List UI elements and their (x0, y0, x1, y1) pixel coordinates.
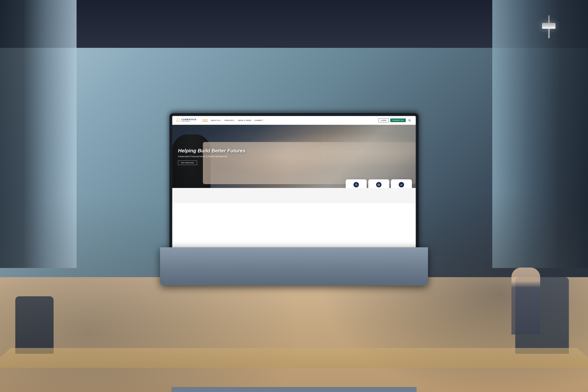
logo-main-text: CAMBRIDGE (182, 118, 197, 120)
nav-links: HOME ABOUT US ▾ SERVICES ▾ NEWS & VIEWS … (202, 119, 375, 122)
svg-point-2 (409, 120, 410, 121)
hero-subtitle: Independent Financial Advice & Wealth Ma… (178, 155, 246, 158)
partners-icon (354, 182, 359, 188)
about-dropdown-arrow: ▾ (221, 120, 222, 121)
website-content: ⚜ CAMBRIDGE PARTNERS HOME ABOUT US (172, 116, 416, 248)
logo-text: CAMBRIDGE PARTNERS (182, 118, 197, 122)
navigation-bar: ⚜ CAMBRIDGE PARTNERS HOME ABOUT US (172, 116, 416, 125)
laptop: ⚜ CAMBRIDGE PARTNERS HOME ABOUT US (160, 113, 428, 286)
below-hero-space (172, 188, 416, 203)
nav-services[interactable]: SERVICES ▾ (224, 120, 235, 121)
laptop-screen-bezel: ⚜ CAMBRIDGE PARTNERS HOME ABOUT US (170, 113, 418, 251)
nav-home[interactable]: HOME (202, 119, 208, 122)
laptop-outer: ⚜ CAMBRIDGE PARTNERS HOME ABOUT US (160, 113, 428, 286)
contact-us-button[interactable]: CONTACT US (390, 118, 406, 122)
svg-marker-6 (378, 184, 380, 186)
office-chair-left (15, 296, 54, 354)
svg-line-3 (410, 121, 411, 122)
nav-connect[interactable]: CONNECT (254, 120, 263, 121)
hero-section: Helping Build Better Futures Independent… (172, 125, 416, 188)
login-button[interactable]: LOGIN (378, 118, 389, 122)
our-services-button[interactable]: OUR SERVICES (178, 160, 197, 165)
evidence-based-card: EVIDENCE-BASED Investment solutions base… (368, 179, 389, 188)
services-dropdown-arrow: ▾ (234, 120, 235, 121)
nav-actions: LOGIN CONTACT US (378, 118, 412, 123)
evidence-based-icon (376, 182, 382, 188)
office-table (0, 348, 588, 368)
hero-title: Helping Build Better Futures (178, 148, 246, 154)
search-icon-button[interactable] (407, 118, 412, 123)
nav-about-us[interactable]: ABOUT US ▾ (211, 120, 222, 121)
logo-area: ⚜ CAMBRIDGE PARTNERS (176, 118, 197, 122)
logo-sub-text: PARTNERS (182, 120, 197, 122)
laptop-screen: ⚜ CAMBRIDGE PARTNERS HOME ABOUT US (172, 116, 416, 248)
hero-content: Helping Build Better Futures Independent… (178, 148, 246, 165)
svg-line-5 (357, 185, 358, 186)
logo-icon: ⚜ (176, 118, 180, 122)
laptop-base (160, 247, 428, 286)
partners-card: PARTNERS Helping people navigate various… (346, 179, 367, 188)
person-background (512, 268, 540, 334)
independent-icon (399, 182, 404, 188)
nav-news-views[interactable]: NEWS & VIEWS (238, 120, 251, 121)
laptop-keyboard-area (172, 387, 416, 392)
svg-point-4 (356, 184, 357, 185)
light-head (542, 23, 556, 29)
independent-card: INDEPENDENT We are not tied to investmen… (391, 179, 412, 188)
svg-text:⚜: ⚜ (178, 120, 179, 122)
feature-cards: PARTNERS Helping people navigate various… (346, 179, 412, 188)
